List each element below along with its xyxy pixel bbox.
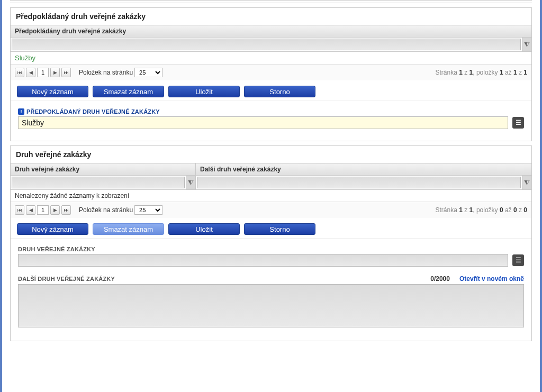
grid-filter-row: ⧨ ⧨	[11, 176, 531, 190]
save-button[interactable]: Uložit	[168, 223, 240, 235]
contract-type-input[interactable]	[18, 254, 508, 267]
grid-col-header[interactable]: Druh veřejné zakázky	[11, 163, 196, 175]
grid-row[interactable]: Služby	[11, 52, 531, 64]
grid-filter-input-1[interactable]	[12, 177, 185, 188]
other-type-textarea[interactable]	[18, 284, 524, 327]
open-new-window-link[interactable]: Otevřít v novém okně	[459, 275, 524, 282]
delete-record-button[interactable]: Smazat záznam	[93, 86, 164, 97]
grid-filter-button-2[interactable]: ⧨	[522, 176, 531, 189]
grid-header: Druh veřejné zakázky Další druh veřejné …	[11, 163, 531, 176]
grid-header: Předpokládány druh veřejné zakázky	[11, 25, 531, 38]
field-label-text: PŘEDPOKLÁDANÝ DRUH VEŘEJNÉ ZAKÁZKY	[26, 108, 160, 115]
pager-last-button[interactable]: ⏭	[61, 68, 71, 77]
pager-last-button[interactable]: ⏭	[61, 205, 71, 215]
new-record-button[interactable]: Nový záznam	[17, 86, 88, 97]
picker-button[interactable]: ☰	[512, 254, 524, 266]
pager-size-select[interactable]: 25	[134, 205, 162, 215]
grid-filter-row: ⧨	[11, 38, 531, 52]
grid-empty-message: Nenalezeny žádné záznamy k zobrazení	[11, 190, 531, 202]
pager-prev-button[interactable]: ◀	[26, 68, 35, 77]
pager-prev-button[interactable]: ◀	[26, 205, 35, 215]
funnel-icon: ⧨	[188, 179, 194, 186]
pager-info: Stránka 1 z 1, položky 1 až 1 z 1	[435, 69, 527, 76]
panel-contract-type: Druh veřejné zakázky Druh veřejné zakázk…	[10, 145, 532, 341]
grid-filter-input-2[interactable]	[197, 177, 521, 188]
cancel-button[interactable]: Storno	[244, 223, 315, 235]
app-frame: Předpokládaný druh veřejné zakázky Předp…	[0, 0, 542, 392]
toolbar: Nový záznam Smazat záznam Uložit Storno	[11, 218, 531, 238]
pager-next-button[interactable]: ▶	[50, 205, 60, 215]
pager-first-button[interactable]: ⏮	[15, 205, 24, 215]
new-record-button[interactable]: Nový záznam	[17, 223, 88, 235]
top-separator	[10, 0, 532, 3]
char-counter: 0/2000	[430, 275, 450, 282]
pager-page-input[interactable]	[37, 68, 49, 77]
pager-size-select[interactable]: 25	[134, 68, 162, 77]
grid-col-header[interactable]: Předpokládány druh veřejné zakázky	[11, 25, 531, 37]
funnel-icon: ⧨	[524, 41, 530, 48]
toolbar: Nový záznam Smazat záznam Uložit Storno	[11, 80, 531, 101]
save-button[interactable]: Uložit	[168, 86, 240, 97]
pager: ⏮ ◀ ▶ ⏭ Položek na stránku 25 Stránka 1 …	[11, 202, 531, 218]
expected-type-input[interactable]	[18, 116, 508, 129]
pager-size-label: Položek na stránku	[79, 69, 133, 76]
grid-filter-input[interactable]	[12, 39, 521, 50]
grid-col-header[interactable]: Další druh veřejné zakázky	[196, 163, 531, 175]
grid-filter-button[interactable]: ⧨	[522, 38, 531, 51]
pager: ⏮ ◀ ▶ ⏭ Položek na stránku 25 Stránka 1 …	[11, 64, 531, 80]
pager-first-button[interactable]: ⏮	[15, 68, 24, 77]
form-area: DRUH VEŘEJNÉ ZAKÁZKY ☰ DALŠÍ DRUH VEŘEJN…	[11, 238, 531, 341]
pager-size-label: Položek na stránku	[79, 206, 133, 214]
pager-page-input[interactable]	[37, 205, 49, 215]
required-icon: !	[18, 108, 24, 115]
panel-expected-type: Předpokládaný druh veřejné zakázky Předp…	[10, 7, 532, 141]
form-area: ! PŘEDPOKLÁDANÝ DRUH VEŘEJNÉ ZAKÁZKY ☰	[11, 101, 531, 141]
panel-title: Předpokládaný druh veřejné zakázky	[11, 8, 531, 25]
funnel-icon: ⧨	[524, 179, 530, 186]
pager-next-button[interactable]: ▶	[50, 68, 60, 77]
field-label: ! PŘEDPOKLÁDANÝ DRUH VEŘEJNÉ ZAKÁZKY	[18, 108, 524, 115]
pager-info: Stránka 1 z 1, položky 0 až 0 z 0	[435, 206, 527, 214]
panel-title: Druh veřejné zakázky	[11, 146, 531, 163]
field-label: DRUH VEŘEJNÉ ZAKÁZKY	[18, 246, 524, 252]
grid-filter-button-1[interactable]: ⧨	[186, 176, 195, 189]
delete-record-button: Smazat záznam	[93, 223, 164, 235]
field-label: DALŠÍ DRUH VEŘEJNÉ ZAKÁZKY	[18, 276, 115, 282]
cancel-button[interactable]: Storno	[244, 86, 315, 97]
picker-button[interactable]: ☰	[512, 117, 524, 129]
